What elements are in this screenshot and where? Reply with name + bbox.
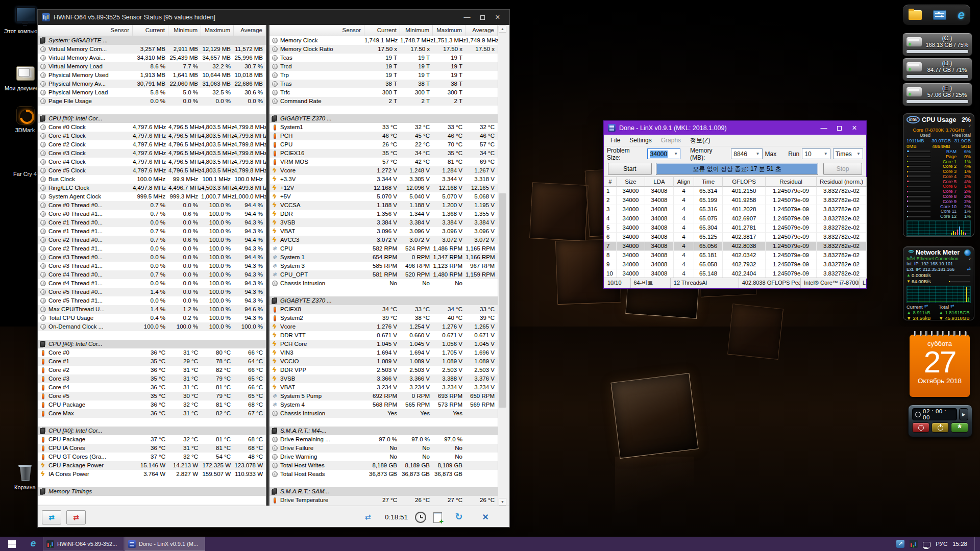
column-header[interactable]: Maximum (201, 25, 234, 36)
tray-network-icon[interactable] (923, 542, 930, 547)
sensor-row[interactable]: System Agent Clock 999.5 MHz 999.3 MHz 1… (38, 192, 266, 201)
sensor-row[interactable]: Ring/LLC Clock 4,497.8 MHz 4,496.7 MHz 4… (38, 184, 266, 192)
sensor-row[interactable]: Drive Remaining ... 97.0 % 97.0 % 97.0 % (270, 435, 498, 444)
sensor-row[interactable]: Core #4 Clock 4,797.6 MHz 4,796.5 MHz 4,… (38, 158, 266, 166)
sensor-row[interactable]: Tras 38 T 38 T 38 T (270, 80, 498, 88)
sensor-row[interactable]: Trcd 19 T 19 T 19 T (270, 62, 498, 71)
sensor-row[interactable]: System 1 654 RPM 0 RPM 1,347 RPM 1,166 R… (270, 253, 498, 262)
sensor-row[interactable]: DDR VPP 2.503 V 2.503 V 2.503 V 2.503 V (270, 366, 498, 374)
sensor-row[interactable]: Page File Usage 0.0 % 0.0 % 0.0 % 0.0 % (38, 97, 266, 106)
menu-item[interactable]: File (606, 135, 625, 146)
sensor-row[interactable]: VRM MOS 57 °C 42 °C 81 °C 69 °C (270, 158, 498, 166)
sensor-row[interactable]: DDR 1.356 V 1.344 V 1.368 V 1.355 V (270, 210, 498, 218)
clock-icon-button[interactable] (415, 512, 426, 523)
timer-expand-button[interactable]: ▶ (959, 408, 968, 420)
close-button[interactable]: × (847, 123, 862, 133)
results-row[interactable]: 9 34000 34008 4 65.058 402.7932 1.245079… (604, 260, 866, 269)
reset-values-button[interactable]: ⇄ (358, 510, 378, 524)
sensor-row[interactable]: Core #0 Thread #0... 0.7 % 0.0 % 100.0 %… (38, 201, 266, 210)
sensor-row[interactable]: CPU IA Cores 36 °C 31 °C 81 °C 68 °C (38, 444, 266, 453)
sensor-row[interactable]: CPU GT Cores (Gra... 37 °C 32 °C 54 °C 4… (38, 453, 266, 461)
calendar-gadget[interactable]: суббота 27 Октябрь 2018 (910, 335, 970, 397)
sensor-row[interactable]: Chassis Intrusion No No No (270, 279, 498, 288)
sensor-row[interactable]: CPU Package 37 °C 32 °C 81 °C 68 °C (38, 435, 266, 444)
sensor-row[interactable]: PCH 46 °C 45 °C 46 °C 46 °C (270, 132, 498, 140)
control-panel-icon[interactable] (933, 10, 946, 20)
sensor-row[interactable] (270, 418, 498, 427)
refresh-icon[interactable]: ⇄ (950, 304, 954, 310)
sensor-row[interactable]: Core #5 35 °C 30 °C 79 °C 65 °C (38, 392, 266, 400)
sensor-row[interactable]: Total Host Writes 8,189 GB 8,189 GB 8,18… (270, 461, 498, 470)
restart-button[interactable] (932, 422, 949, 433)
sensor-row[interactable]: PCIEX16 35 °C 34 °C 35 °C 34 °C (270, 149, 498, 158)
sensor-row[interactable]: Memory Timings (38, 487, 266, 496)
sensor-row[interactable]: System1 33 °C 32 °C 33 °C 32 °C (270, 123, 498, 132)
run-combo[interactable]: 10▼ (802, 148, 830, 159)
menu-item[interactable]: 정보(Z) (685, 135, 715, 146)
column-header[interactable]: Average (465, 25, 498, 36)
sensor-row[interactable]: VIN3 1.694 V 1.694 V 1.705 V 1.696 V (270, 348, 498, 357)
minimize-button[interactable]: — (816, 123, 831, 133)
sensor-row[interactable]: Core #1 Thread #0... 0.0 % 0.0 % 100.0 %… (38, 218, 266, 227)
drive-gadget[interactable]: (C:) 168.13 GB / 75% (902, 33, 972, 56)
sensor-row[interactable]: CPU [#0]: Intel Cor... (38, 114, 266, 123)
results-row[interactable]: 4 34000 34008 4 65.075 402.6907 1.245079… (604, 214, 866, 223)
music-note-icon[interactable]: ♪ (969, 256, 971, 261)
memory-combo[interactable]: 8846▼ (731, 148, 762, 159)
results-column-header[interactable]: GFLOPS (723, 177, 766, 187)
sensor-row[interactable]: Tcas 19 T 19 T 19 T (270, 54, 498, 62)
scrollbar-thumb[interactable] (499, 193, 506, 408)
sensor-row[interactable]: On-Demand Clock ... 100.0 % 100.0 % 100.… (38, 322, 266, 331)
taskbar-app-button[interactable]: HWiNFO64 v5.89-352... (43, 537, 124, 551)
sensor-row[interactable]: S.M.A.R.T.: SAM... (270, 487, 498, 496)
sensor-row[interactable]: Core #2 36 °C 31 °C 82 °C 66 °C (38, 366, 266, 374)
taskbar-app-button[interactable]: Done - LinX v0.9.1 (M... (125, 537, 205, 551)
sensor-row[interactable]: Memory Clock 1,749.1 MHz 1,748.7 MHz 1,7… (270, 36, 498, 45)
sensor-row[interactable]: Core #2 Thread #0... 0.7 % 0.6 % 100.0 %… (38, 236, 266, 244)
sensor-row[interactable]: 3VSB 3.366 V 3.366 V 3.388 V 3.376 V (270, 374, 498, 383)
results-row[interactable]: 6 34000 34008 4 65.125 402.3817 1.245079… (604, 233, 866, 242)
refresh-icon[interactable]: ⇄ (924, 304, 928, 310)
sensor-row[interactable]: System 3 585 RPM 496 RPM 1,123 RPM 967 R… (270, 262, 498, 270)
sensor-row[interactable]: VBAT 3.234 V 3.234 V 3.234 V 3.234 V (270, 383, 498, 392)
results-header-row[interactable]: #SizeLDAAlignTimeGFLOPSResidualResidual … (604, 177, 866, 187)
sensor-row[interactable]: 3VSB 3.384 V 3.384 V 3.384 V 3.384 V (270, 218, 498, 227)
close-sensors-button[interactable]: × (476, 510, 495, 524)
sensor-row[interactable]: Core #5 Clock 4,797.6 MHz 4,796.5 MHz 4,… (38, 166, 266, 175)
sensor-row[interactable]: CPU 26 °C 22 °C 70 °C 57 °C (270, 140, 498, 149)
times-combo[interactable]: Times▼ (833, 148, 863, 159)
sensor-row[interactable]: Core #2 Clock 4,797.6 MHz 4,796.5 MHz 4,… (38, 140, 266, 149)
sensor-row[interactable]: Core #1 35 °C 29 °C 78 °C 64 °C (38, 357, 266, 366)
sensor-row[interactable]: CPU Package Power 15.146 W 14.213 W 172.… (38, 461, 266, 470)
scroll-up-arrow[interactable]: ▲ (499, 25, 506, 33)
internet-explorer-icon[interactable]: e (958, 9, 965, 21)
tray-hwinfo-icon[interactable] (910, 540, 918, 548)
chevron-down-icon[interactable]: ▼ (754, 152, 762, 156)
sensor-row[interactable]: PCH Core 1.045 V 1.045 V 1.056 V 1.045 V (270, 340, 498, 348)
sensor-row[interactable]: Total Host Reads 36,873 GB 36,873 GB 36,… (270, 470, 498, 479)
sensor-row[interactable]: Vcore 1.276 V 1.254 V 1.276 V 1.265 V (270, 322, 498, 331)
sensor-row[interactable] (270, 288, 498, 296)
sensor-row[interactable]: Core #4 Thread #0... 0.7 % 0.0 % 100.0 %… (38, 270, 266, 279)
chevron-down-icon[interactable]: ▼ (672, 152, 680, 156)
configure-button[interactable]: ↻ (449, 510, 469, 524)
sensor-row[interactable]: Core #5 Thread #1... 0.0 % 0.0 % 100.0 %… (38, 296, 266, 305)
sensor-row[interactable]: Max CPU/Thread U... 1.4 % 1.2 % 100.0 % … (38, 305, 266, 314)
sensor-row[interactable]: Core #3 35 °C 31 °C 79 °C 65 °C (38, 374, 266, 383)
results-column-header[interactable]: Align (674, 177, 694, 187)
sensor-row[interactable]: AVCC3 3.072 V 3.072 V 3.072 V 3.072 V (270, 236, 498, 244)
taskbar-clock[interactable]: 15:28 (952, 541, 967, 547)
hwinfo-titlebar[interactable]: HWiNFO64 v5.89-3525 Sensor Status [95 va… (38, 10, 509, 25)
tray-remote-icon[interactable] (896, 540, 904, 548)
sensor-row[interactable] (270, 479, 498, 487)
show-desktop-button[interactable] (974, 537, 977, 551)
scrollbar[interactable]: ▲ ▼ (498, 25, 506, 506)
menu-item[interactable]: Graphs (656, 135, 685, 146)
drive-gadget[interactable]: (E:) 57.06 GB / 25% (902, 83, 972, 106)
cpu-usage-gadget[interactable]: intel CPU Usage 2% ♪ Core i7-8700K 3.70G… (903, 113, 974, 237)
sensor-row[interactable]: Core #0 Clock 4,797.6 MHz 4,796.5 MHz 4,… (38, 123, 266, 132)
column-header[interactable]: Sensor (270, 25, 364, 36)
sensor-row[interactable]: Total CPU Usage 0.4 % 0.2 % 100.0 % 94.3… (38, 314, 266, 322)
close-button[interactable]: × (490, 12, 505, 22)
column-header[interactable]: Maximum (433, 25, 465, 36)
